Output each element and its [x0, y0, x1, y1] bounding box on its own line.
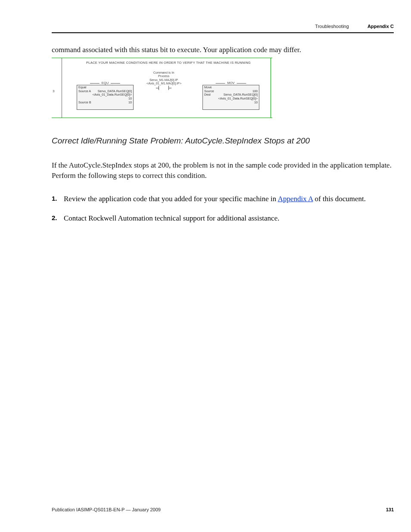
section-paragraph: If the AutoCycle.StepIndex stops at 200,…	[52, 160, 394, 181]
ladder-logic-figure: 3 PLACE YOUR MACHINE CONDITIONS HERE IN …	[52, 58, 272, 118]
equ-row5l: Source B	[78, 101, 91, 105]
step-list: Review the application code that you add…	[52, 194, 394, 224]
section-heading: Correct Idle/Running State Problem: Auto…	[52, 136, 394, 146]
contact-line4: <Axis_01_M1.MAJ[0].IP>	[146, 82, 181, 85]
rung-number: 3	[53, 89, 54, 93]
header-divider	[52, 32, 394, 33]
page-header: Troubleshooting Appendix C	[315, 24, 394, 29]
equ-row2l: Source A	[78, 90, 91, 93]
step-1: Review the application code that you add…	[52, 194, 394, 204]
mov-row4v: <Axis_01_Data.RunSEQ[0]>	[218, 97, 258, 101]
ladder-rail-left: 3	[52, 58, 62, 118]
ladder-rail-right	[271, 58, 272, 118]
equ-row3v: <Axis_01_Data.RunSEQ[0]>	[93, 93, 132, 97]
page-number: 131	[386, 507, 394, 512]
contact-tag-label: Command is In Process Servo_M1.MAJ[0].IP…	[146, 71, 181, 85]
page-footer: Publication IASIMP-QS011B-EN-P — January…	[52, 507, 394, 512]
rung-comment: PLACE YOUR MACHINE CONDITIONS HERE IN OR…	[78, 61, 259, 65]
equ-row5v: 10	[128, 101, 132, 105]
equ-instruction-block: EQU Equal Source AServo_DATA.RunSEQ[0] <…	[77, 85, 134, 110]
mov-row3l: Dest	[204, 93, 211, 97]
publication-info: Publication IASIMP-QS011B-EN-P — January…	[52, 507, 161, 512]
xic-contact-icon	[159, 86, 169, 90]
step-2: Contact Rockwell Automation technical su…	[52, 213, 394, 224]
header-section: Troubleshooting	[315, 24, 349, 29]
mov-block-title: MOV	[226, 81, 236, 85]
intro-paragraph: command associated with this status bit …	[52, 45, 394, 55]
step1-post: of this document.	[313, 195, 366, 203]
mov-instruction-block: MOV Move Source100 DestServo_DATA.RunSEQ…	[202, 85, 259, 110]
step1-pre: Review the application code that you add…	[64, 195, 278, 203]
appendix-a-link[interactable]: Appendix A	[278, 195, 313, 203]
header-appendix: Appendix C	[367, 24, 394, 29]
mov-row5v: 10	[254, 101, 258, 105]
equ-block-title: EQU	[100, 81, 110, 85]
